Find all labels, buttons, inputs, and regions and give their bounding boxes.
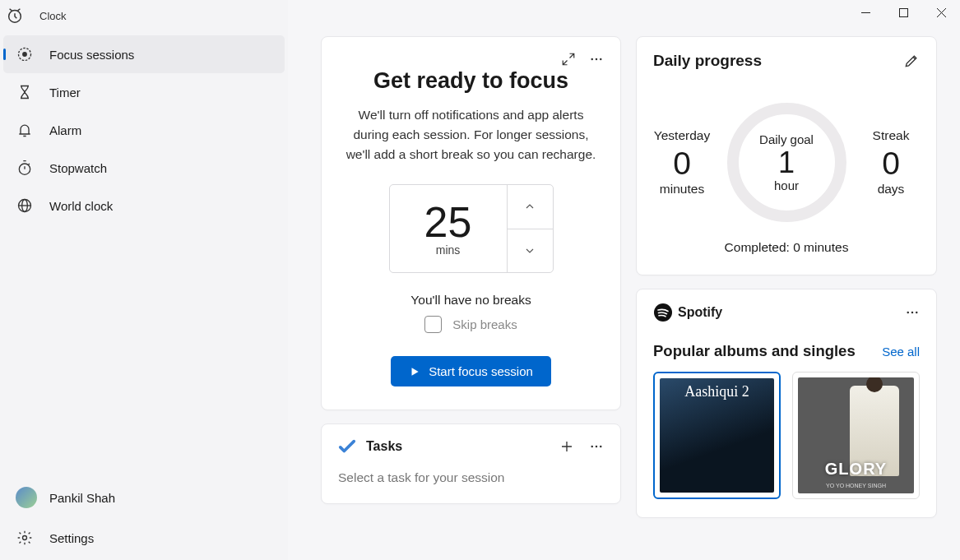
svg-point-20 [916, 312, 918, 314]
focus-description: We'll turn off notifications and app ale… [338, 105, 604, 164]
duration-display[interactable]: 25 mins [390, 185, 507, 272]
sidebar-bottom: Pankil Shah Settings [0, 473, 288, 560]
nav-focus-sessions[interactable]: Focus sessions [3, 35, 285, 73]
progress-title: Daily progress [653, 52, 762, 70]
timer-icon [16, 84, 34, 100]
tasks-title: Tasks [366, 439, 402, 454]
tasks-prompt[interactable]: Select a task for your session [338, 470, 604, 485]
user-account-row[interactable]: Pankil Shah [3, 476, 285, 519]
close-button[interactable] [922, 0, 960, 25]
tasks-card: Tasks Select a task for your session [321, 423, 621, 504]
daily-progress-card: Daily progress Yesterday 0 minutes Daily… [636, 36, 937, 275]
duration-picker: 25 mins [389, 184, 554, 273]
spotify-logo: Spotify [653, 303, 722, 322]
duration-increase-button[interactable] [508, 185, 553, 229]
add-task-button[interactable] [559, 439, 574, 454]
spotify-card: Spotify Popular albums and singles See a… [636, 289, 937, 518]
focus-title: Get ready to focus [338, 68, 604, 94]
album-item[interactable]: Aashiqui 2 [653, 372, 781, 499]
focus-card: Get ready to focus We'll turn off notifi… [321, 36, 621, 410]
start-focus-button[interactable]: Start focus session [391, 356, 551, 386]
spotify-icon [653, 303, 673, 322]
nav-label: World clock [49, 199, 113, 213]
nav-label: Timer [49, 86, 81, 100]
duration-unit: mins [436, 243, 461, 257]
svg-point-10 [23, 536, 27, 540]
album-title: GLORY [825, 460, 887, 479]
nav-list: Focus sessions Timer Alarm Stopwatch Wor… [0, 32, 288, 224]
focus-sessions-icon [16, 46, 34, 62]
more-icon[interactable] [589, 439, 604, 454]
svg-point-16 [600, 446, 602, 448]
start-focus-label: Start focus session [429, 364, 533, 378]
more-icon[interactable] [905, 305, 920, 320]
see-all-link[interactable]: See all [882, 345, 920, 359]
svg-point-15 [596, 446, 598, 448]
edit-icon[interactable] [903, 53, 920, 69]
nav-settings[interactable]: Settings [3, 519, 285, 557]
svg-point-6 [22, 52, 27, 57]
user-name: Pankil Shah [49, 491, 115, 505]
album-subtitle: YO YO HONEY SINGH [826, 483, 886, 488]
svg-point-12 [596, 58, 598, 61]
gear-icon [16, 530, 34, 546]
breaks-text: You'll have no breaks [338, 293, 604, 308]
spotify-brand: Spotify [678, 305, 722, 320]
svg-point-13 [600, 58, 602, 61]
skip-breaks-label: Skip breaks [452, 317, 517, 331]
collapse-icon[interactable] [561, 52, 576, 67]
skip-breaks-checkbox[interactable] [424, 316, 442, 333]
play-icon [409, 366, 420, 377]
world-clock-icon [16, 197, 34, 214]
nav-label: Alarm [49, 123, 81, 137]
minimize-button[interactable] [846, 0, 884, 25]
app-title: Clock [39, 10, 67, 22]
nav-world-clock[interactable]: World clock [3, 187, 285, 224]
avatar [16, 487, 37, 508]
svg-point-11 [591, 58, 593, 61]
album-item[interactable]: GLORY YO YO HONEY SINGH [792, 372, 920, 499]
nav-stopwatch[interactable]: Stopwatch [3, 149, 285, 187]
svg-rect-1 [899, 8, 907, 16]
stopwatch-icon [16, 160, 34, 176]
duration-value: 25 [424, 201, 472, 243]
goal-ring: Daily goal 1 hour [727, 103, 846, 222]
svg-point-14 [591, 446, 593, 448]
alarm-icon [16, 122, 34, 138]
nav-timer[interactable]: Timer [3, 73, 285, 111]
nav-label: Stopwatch [49, 161, 107, 175]
completed-text: Completed: 0 minutes [653, 240, 920, 255]
settings-label: Settings [49, 531, 94, 545]
app-header: Clock [0, 2, 288, 32]
svg-point-19 [911, 312, 914, 314]
spotify-section-title: Popular albums and singles [653, 342, 856, 360]
clock-app-icon [6, 7, 24, 25]
more-icon[interactable] [589, 52, 604, 67]
window-controls [846, 0, 960, 25]
maximize-button[interactable] [884, 0, 922, 25]
stat-yesterday: Yesterday 0 minutes [653, 128, 711, 197]
nav-label: Focus sessions [49, 48, 134, 62]
sidebar: Clock Focus sessions Timer Alarm Stopwat… [0, 0, 288, 560]
album-title: Aashiqui 2 [660, 383, 774, 400]
main-content: Get ready to focus We'll turn off notifi… [288, 0, 960, 560]
svg-point-18 [907, 312, 909, 314]
nav-alarm[interactable]: Alarm [3, 111, 285, 149]
duration-decrease-button[interactable] [508, 229, 553, 273]
tasks-icon [338, 437, 356, 456]
stat-streak: Streak 0 days [862, 128, 920, 197]
